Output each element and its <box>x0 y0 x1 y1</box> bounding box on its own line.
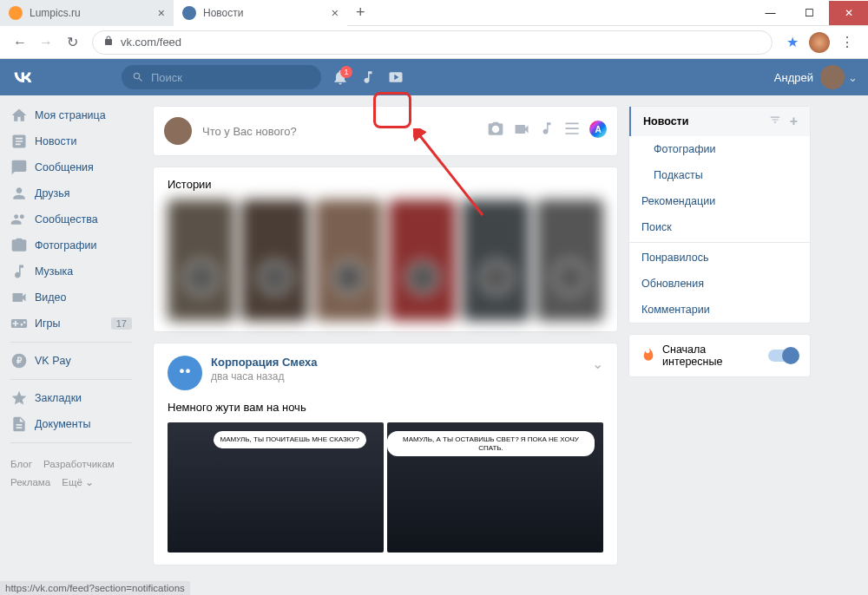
post-avatar[interactable] <box>168 356 202 390</box>
right-sidebar: Новости + Фотографии Подкасты Рекомендац… <box>628 95 821 595</box>
ads-link[interactable]: Реклама <box>10 477 50 487</box>
search-placeholder: Поиск <box>151 71 182 84</box>
more-link[interactable]: Ещё ⌄ <box>62 477 94 487</box>
story-item[interactable] <box>168 199 234 321</box>
post-text: Немного жути вам на ночь <box>168 401 603 414</box>
stories-block: Истории <box>153 167 618 332</box>
sidebar-item-groups[interactable]: Сообщества <box>0 206 142 232</box>
feed-post: Корпорация Смеха два часа назад ⌄ Немног… <box>153 343 618 566</box>
minimize-button[interactable]: — <box>751 1 790 25</box>
right-tab-liked[interactable]: Понравилось <box>629 245 810 271</box>
tab-title: Lumpics.ru <box>30 7 81 19</box>
bookmark-star-icon[interactable]: ★ <box>786 34 799 50</box>
profile-avatar-icon[interactable] <box>809 32 830 53</box>
right-tab-search[interactable]: Поиск <box>629 214 810 240</box>
dev-link[interactable]: Разработчикам <box>43 459 115 469</box>
sidebar-item-friends[interactable]: Друзья <box>0 180 142 206</box>
sidebar-item-games[interactable]: Игры17 <box>0 311 142 337</box>
stories-title: Истории <box>168 178 603 191</box>
sidebar-item-bookmarks[interactable]: Закладки <box>0 385 142 411</box>
tab-vk-news[interactable]: Новости × <box>174 0 347 26</box>
svg-text:₽: ₽ <box>16 356 23 365</box>
video-play-button[interactable] <box>382 63 410 91</box>
maximize-button[interactable]: ☐ <box>790 1 829 25</box>
sidebar-item-profile[interactable]: Моя страница <box>0 102 142 128</box>
browser-tabs: Lumpics.ru × Новости × + — ☐ ✕ <box>0 0 868 26</box>
url-bar: ← → ↻ vk.com/feed ★ ⋮ <box>0 26 868 59</box>
sidebar-item-news[interactable]: Новости <box>0 128 142 154</box>
divider <box>629 242 810 243</box>
notification-badge: 1 <box>340 66 352 78</box>
priority-label: Сначала интересные <box>662 343 768 368</box>
vk-header: Поиск 1 Андрей ⌄ <box>0 59 868 95</box>
favicon-vk <box>182 6 196 20</box>
tab-lumpics[interactable]: Lumpics.ru × <box>0 0 174 26</box>
sidebar-item-photos[interactable]: Фотографии <box>0 232 142 258</box>
post-image[interactable]: МАМУЛЬ, ТЫ ПОЧИТАЕШЬ МНЕ СКАЗКУ? <box>168 422 384 552</box>
divider <box>10 342 132 343</box>
main-column: Что у Вас нового? A Истории <box>142 95 628 595</box>
sidebar-item-docs[interactable]: Документы <box>0 411 142 437</box>
search-input[interactable]: Поиск <box>122 65 321 89</box>
browser-menu-icon[interactable]: ⋮ <box>833 34 861 50</box>
tab-close-icon[interactable]: × <box>158 6 165 20</box>
url-text: vk.com/feed <box>121 36 181 49</box>
speech-bubble: МАМУЛЬ, А ТЫ ОСТАВИШЬ СВЕТ? Я ПОКА НЕ ХО… <box>387 431 595 456</box>
divider <box>10 442 132 443</box>
games-badge: 17 <box>111 317 132 330</box>
tab-title: Новости <box>203 7 243 19</box>
add-icon[interactable]: + <box>790 114 798 129</box>
chevron-down-icon: ⌄ <box>848 71 858 84</box>
fire-icon <box>641 348 655 364</box>
status-bar: https://vk.com/feed?section=notification… <box>0 581 190 595</box>
user-avatar <box>820 65 845 89</box>
filter-icon[interactable] <box>769 114 781 129</box>
priority-toggle[interactable] <box>768 350 798 362</box>
right-tab-news[interactable]: Новости + <box>629 107 810 136</box>
notifications-button[interactable]: 1 <box>326 63 354 91</box>
tab-close-icon[interactable]: × <box>332 6 339 20</box>
longread-icon[interactable] <box>563 121 581 141</box>
sidebar-item-vkpay[interactable]: ₽VK Pay <box>0 348 142 374</box>
user-name: Андрей <box>774 71 813 84</box>
left-sidebar: Моя страница Новости Сообщения Друзья Со… <box>0 95 142 595</box>
music-icon[interactable] <box>539 121 555 141</box>
blog-link[interactable]: Блог <box>10 459 32 469</box>
post-more-icon[interactable]: ⌄ <box>592 356 603 372</box>
vk-logo[interactable] <box>10 68 35 88</box>
svg-line-1 <box>418 133 483 215</box>
right-tab-comments[interactable]: Комментарии <box>629 297 810 323</box>
new-tab-button[interactable]: + <box>347 3 374 22</box>
divider <box>10 379 132 380</box>
right-tab-podcasts[interactable]: Подкасты <box>629 162 810 188</box>
speech-bubble: МАМУЛЬ, ТЫ ПОЧИТАЕШЬ МНЕ СКАЗКУ? <box>214 431 366 448</box>
reload-button[interactable]: ↻ <box>59 29 85 56</box>
priority-toggle-box: Сначала интересные <box>628 334 811 377</box>
sidebar-item-video[interactable]: Видео <box>0 284 142 311</box>
right-tab-recommend[interactable]: Рекомендации <box>629 188 810 214</box>
close-button[interactable]: ✕ <box>829 1 868 25</box>
composer-avatar <box>164 117 192 145</box>
post-author[interactable]: Корпорация Смеха <box>211 356 317 369</box>
sidebar-item-messages[interactable]: Сообщения <box>0 154 142 180</box>
post-time: два часа назад <box>211 370 317 382</box>
right-tab-updates[interactable]: Обновления <box>629 271 810 297</box>
lock-icon <box>103 36 114 49</box>
story-item[interactable] <box>536 199 603 321</box>
video-icon[interactable] <box>513 121 530 141</box>
annotation-highlight <box>373 92 411 128</box>
right-tab-photos[interactable]: Фотографии <box>629 136 810 162</box>
address-bar[interactable]: vk.com/feed <box>92 30 773 55</box>
sidebar-footer: Блог Разработчикам Реклама Ещё ⌄ <box>0 448 142 498</box>
back-button[interactable]: ← <box>7 29 33 56</box>
forward-button[interactable]: → <box>33 29 59 56</box>
story-item[interactable] <box>315 199 382 321</box>
sidebar-item-music[interactable]: Музыка <box>0 258 142 284</box>
favicon-lumpics <box>9 6 23 20</box>
post-image[interactable]: МАМУЛЬ, А ТЫ ОСТАВИШЬ СВЕТ? Я ПОКА НЕ ХО… <box>387 422 603 552</box>
svg-point-4 <box>174 363 194 382</box>
user-menu[interactable]: Андрей ⌄ <box>774 65 858 89</box>
color-theme-icon[interactable]: A <box>589 121 607 138</box>
story-item[interactable] <box>241 199 308 321</box>
music-button[interactable] <box>354 63 382 91</box>
